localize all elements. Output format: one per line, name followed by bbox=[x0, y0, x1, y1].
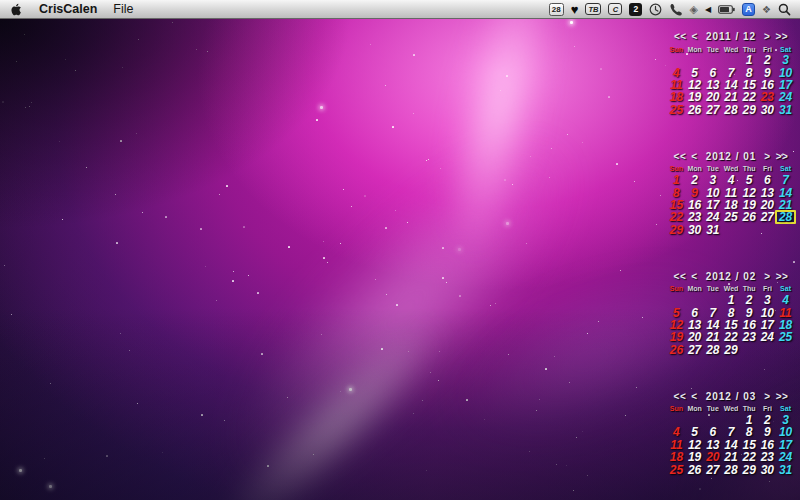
day-cell-11[interactable]: 11 bbox=[667, 79, 685, 91]
battery-icon[interactable] bbox=[718, 0, 735, 19]
day-cell-20[interactable]: 20 bbox=[758, 199, 776, 211]
day-cell-29[interactable]: 29 bbox=[740, 104, 758, 116]
day-cell-14[interactable]: 14 bbox=[722, 79, 740, 91]
day-cell-5[interactable]: 5 bbox=[686, 66, 704, 78]
calendar-date-menu-icon[interactable]: 28 bbox=[549, 0, 564, 19]
diamond-gem-icon[interactable]: ◈ bbox=[689, 0, 697, 19]
day-cell-24[interactable]: 24 bbox=[758, 331, 776, 343]
day-cell-8[interactable]: 8 bbox=[740, 66, 758, 78]
day-cell-14[interactable]: 14 bbox=[704, 319, 722, 331]
next-month-button[interactable]: > bbox=[764, 151, 770, 162]
day-cell-31[interactable]: 31 bbox=[776, 463, 794, 475]
day-cell-20[interactable]: 20 bbox=[686, 331, 704, 343]
day-cell-8[interactable]: 8 bbox=[667, 186, 685, 198]
day-cell-23[interactable]: 23 bbox=[758, 91, 776, 103]
day-cell-20[interactable]: 20 bbox=[704, 91, 722, 103]
prev-month-button[interactable]: < bbox=[691, 391, 697, 402]
day-cell-15[interactable]: 15 bbox=[667, 199, 685, 211]
day-cell-25[interactable]: 25 bbox=[776, 331, 794, 343]
day-cell-21[interactable]: 21 bbox=[722, 451, 740, 463]
day-cell-26[interactable]: 26 bbox=[740, 211, 758, 223]
day-cell-19[interactable]: 19 bbox=[686, 91, 704, 103]
day-cell-7[interactable]: 7 bbox=[776, 174, 794, 186]
clock-icon[interactable] bbox=[649, 0, 662, 19]
day-cell-2[interactable]: 2 bbox=[686, 174, 704, 186]
input-source-menu-icon[interactable]: A bbox=[742, 0, 755, 19]
day-cell-20[interactable]: 20 bbox=[704, 451, 722, 463]
day-cell-27[interactable]: 27 bbox=[704, 104, 722, 116]
day-cell-21[interactable]: 21 bbox=[722, 91, 740, 103]
day-cell-2[interactable]: 2 bbox=[758, 54, 776, 66]
day-cell-29[interactable]: 29 bbox=[722, 343, 740, 355]
day-cell-13[interactable]: 13 bbox=[704, 439, 722, 451]
prev-year-button[interactable]: << bbox=[674, 271, 687, 282]
day-cell-25[interactable]: 25 bbox=[722, 211, 740, 223]
day-cell-27[interactable]: 27 bbox=[758, 211, 776, 223]
day-cell-9[interactable]: 9 bbox=[686, 186, 704, 198]
day-cell-3[interactable]: 3 bbox=[776, 414, 794, 426]
file-menu[interactable]: File bbox=[113, 2, 133, 16]
day-cell-17[interactable]: 17 bbox=[758, 319, 776, 331]
day-cell-13[interactable]: 13 bbox=[686, 319, 704, 331]
day-cell-10[interactable]: 10 bbox=[776, 426, 794, 438]
day-cell-23[interactable]: 23 bbox=[686, 211, 704, 223]
day-cell-4[interactable]: 4 bbox=[667, 426, 685, 438]
day-cell-18[interactable]: 18 bbox=[667, 451, 685, 463]
day-cell-24[interactable]: 24 bbox=[776, 451, 794, 463]
next-month-button[interactable]: > bbox=[764, 31, 770, 42]
volume-triangle-icon[interactable]: ◀ bbox=[705, 0, 711, 19]
day-cell-23[interactable]: 23 bbox=[758, 451, 776, 463]
day-cell-3[interactable]: 3 bbox=[758, 294, 776, 306]
day-cell-12[interactable]: 12 bbox=[667, 319, 685, 331]
day-cell-4[interactable]: 4 bbox=[776, 294, 794, 306]
day-cell-26[interactable]: 26 bbox=[667, 343, 685, 355]
prev-month-button[interactable]: < bbox=[692, 31, 698, 42]
day-cell-17[interactable]: 17 bbox=[776, 79, 794, 91]
day-cell-18[interactable]: 18 bbox=[667, 91, 685, 103]
day-cell-30[interactable]: 30 bbox=[686, 224, 704, 236]
day-cell-16[interactable]: 16 bbox=[686, 199, 704, 211]
day-cell-31[interactable]: 31 bbox=[704, 224, 722, 236]
day-cell-12[interactable]: 12 bbox=[686, 439, 704, 451]
prev-year-button[interactable]: << bbox=[674, 151, 687, 162]
day-cell-18[interactable]: 18 bbox=[722, 199, 740, 211]
prev-year-button[interactable]: << bbox=[674, 391, 687, 402]
day-cell-6[interactable]: 6 bbox=[686, 306, 704, 318]
day-cell-9[interactable]: 9 bbox=[740, 306, 758, 318]
day-cell-5[interactable]: 5 bbox=[686, 426, 704, 438]
day-cell-22[interactable]: 22 bbox=[740, 451, 758, 463]
day-cell-14[interactable]: 14 bbox=[722, 439, 740, 451]
day-cell-5[interactable]: 5 bbox=[740, 174, 758, 186]
app-menu-criscalen[interactable]: CrisCalen bbox=[39, 2, 97, 16]
day-cell-10[interactable]: 10 bbox=[704, 186, 722, 198]
day-cell-28[interactable]: 28 bbox=[704, 343, 722, 355]
day-cell-24[interactable]: 24 bbox=[776, 91, 794, 103]
day-cell-16[interactable]: 16 bbox=[758, 439, 776, 451]
heart-icon[interactable]: ♥ bbox=[571, 0, 579, 19]
day-cell-12[interactable]: 12 bbox=[740, 186, 758, 198]
day-cell-12[interactable]: 12 bbox=[686, 79, 704, 91]
day-cell-21[interactable]: 21 bbox=[704, 331, 722, 343]
day-cell-7[interactable]: 7 bbox=[722, 426, 740, 438]
phone-handset-icon[interactable] bbox=[669, 0, 682, 19]
day-cell-22[interactable]: 22 bbox=[667, 211, 685, 223]
day-cell-15[interactable]: 15 bbox=[740, 439, 758, 451]
day-cell-9[interactable]: 9 bbox=[758, 426, 776, 438]
day-cell-11[interactable]: 11 bbox=[722, 186, 740, 198]
day-cell-29[interactable]: 29 bbox=[740, 463, 758, 475]
prev-year-button[interactable]: << bbox=[674, 31, 687, 42]
day-cell-3[interactable]: 3 bbox=[704, 174, 722, 186]
apple-menu[interactable] bbox=[10, 2, 23, 17]
prev-month-button[interactable]: < bbox=[691, 271, 697, 282]
day-cell-10[interactable]: 10 bbox=[758, 306, 776, 318]
day-cell-28[interactable]: 28 bbox=[722, 463, 740, 475]
day-cell-17[interactable]: 17 bbox=[704, 199, 722, 211]
day-cell-28[interactable]: 28 bbox=[775, 210, 795, 224]
day-cell-6[interactable]: 6 bbox=[704, 426, 722, 438]
day-cell-16[interactable]: 16 bbox=[740, 319, 758, 331]
day-cell-24[interactable]: 24 bbox=[704, 211, 722, 223]
day-cell-26[interactable]: 26 bbox=[686, 463, 704, 475]
day-cell-25[interactable]: 25 bbox=[667, 104, 685, 116]
day-cell-9[interactable]: 9 bbox=[758, 66, 776, 78]
prev-month-button[interactable]: < bbox=[691, 151, 697, 162]
